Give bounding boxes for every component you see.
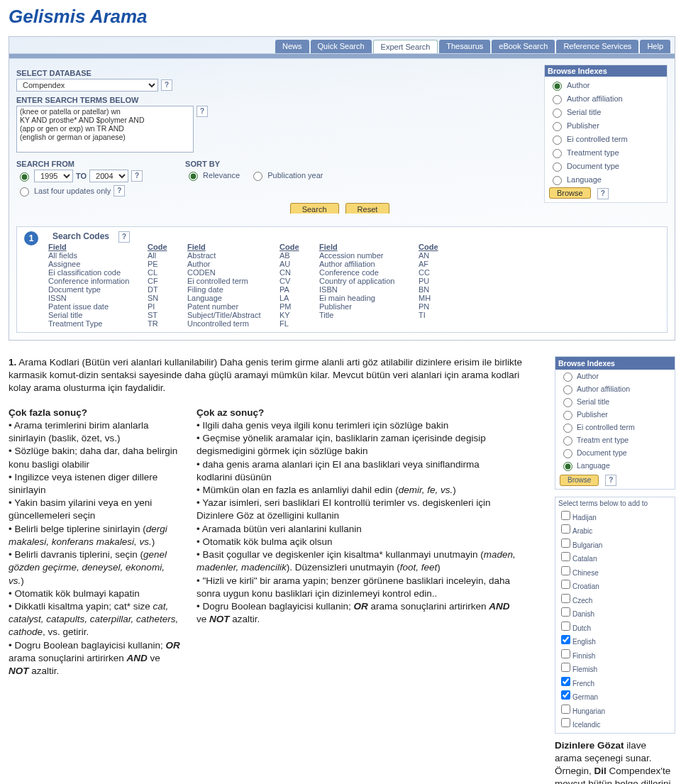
search-from-label: SEARCH FROM — [16, 160, 143, 168]
sort-relevance-radio[interactable] — [189, 172, 198, 181]
code-field-header: Field — [319, 243, 419, 251]
bullet-item: • Otomatik kök bulma açik olsun — [196, 536, 516, 548]
language-checkbox[interactable] — [561, 552, 570, 561]
nav-tab[interactable]: eBook Search — [492, 40, 555, 53]
browse-index-label: Treatment type — [567, 148, 619, 157]
language-checkbox[interactable] — [561, 607, 570, 617]
help-icon[interactable]: ? — [605, 475, 616, 486]
language-label: Dutch — [572, 624, 591, 632]
database-select[interactable]: Compendex — [16, 79, 158, 92]
mini-browse-radio[interactable] — [563, 385, 572, 394]
help-icon[interactable]: ? — [597, 188, 609, 199]
code-value: PU — [419, 277, 440, 285]
bullet-item: • Yakin basim yilarini veya en yeni günc… — [9, 497, 182, 522]
mini-browse-radio[interactable] — [563, 462, 572, 471]
code-field: CODEN — [187, 268, 279, 277]
language-checkbox[interactable] — [561, 622, 570, 631]
browse-index-radio[interactable] — [553, 82, 562, 91]
nav-tab[interactable]: Quick Search — [311, 40, 372, 53]
bullet-item: • Geçmise yönelik aramalar için, baslikl… — [196, 432, 516, 458]
browse-index-label: Author affiliation — [567, 94, 623, 103]
browse-index-radio[interactable] — [553, 162, 562, 172]
language-checkbox[interactable] — [561, 677, 570, 686]
code-field: Ei classification code — [48, 268, 148, 277]
nav-tab[interactable]: Thesaurus — [439, 40, 490, 53]
step-1-badge: 1 — [24, 231, 38, 245]
code-field: Author — [187, 260, 279, 268]
mini-browse-radio[interactable] — [563, 424, 572, 433]
language-label: Croatian — [572, 583, 599, 590]
help-icon[interactable]: ? — [131, 170, 143, 182]
reset-button[interactable]: Reset — [345, 203, 390, 214]
bullet-item: • Mümkün olan en fazla es anlamliyi dahi… — [196, 484, 516, 497]
code-field: Conference code — [319, 268, 419, 277]
browse-index-radio[interactable] — [553, 122, 562, 131]
code-value: AF — [419, 260, 440, 268]
bullet-item: • Belirli davranis tiplerini, seçin (gen… — [9, 548, 182, 587]
browse-index-radio[interactable] — [553, 109, 562, 118]
limit-label: Select terms below to add to — [558, 499, 672, 509]
mini-browse-radio[interactable] — [563, 411, 572, 420]
nav-tab[interactable]: Help — [640, 40, 670, 53]
language-checkbox[interactable] — [561, 594, 570, 603]
bullet-item: • Yazar isimleri, seri basliklari EI kon… — [196, 497, 516, 522]
language-checkbox[interactable] — [561, 690, 570, 700]
bullet-item: • Aramada bütün veri alanlarini kullanin — [196, 523, 516, 536]
help-icon[interactable]: ? — [118, 231, 130, 243]
nav-tab[interactable]: Expert Search — [373, 40, 438, 53]
help-icon[interactable]: ? — [114, 185, 125, 197]
language-checkbox[interactable] — [561, 524, 570, 534]
year-from-select[interactable]: 1995 — [34, 170, 73, 182]
language-checkbox[interactable] — [561, 539, 570, 548]
code-value: PA — [279, 285, 301, 294]
code-field: Author affiliation — [319, 260, 419, 268]
mini-browse-radio[interactable] — [563, 398, 572, 407]
browse-index-radio[interactable] — [553, 95, 562, 104]
code-field: All fields — [48, 251, 148, 260]
language-checkbox[interactable] — [561, 705, 570, 714]
language-checkbox[interactable] — [561, 635, 570, 644]
language-checkbox[interactable] — [561, 580, 570, 589]
browse-index-radio[interactable] — [553, 176, 562, 185]
code-value: BN — [419, 285, 440, 294]
year-range-radio[interactable] — [20, 172, 29, 182]
code-value: LA — [279, 294, 301, 302]
code-field: Accession number — [319, 251, 419, 260]
search-terms-textarea[interactable]: (knee or patella or patellar) wn KY AND … — [16, 106, 194, 153]
mini-browse-label: Publisher — [577, 409, 608, 419]
bullet-item: • Basit çogullar ve degiskenler için kis… — [196, 548, 516, 574]
mini-browse-button[interactable]: Browse — [560, 475, 599, 486]
browse-index-label: Ei controlled term — [567, 135, 628, 143]
bullet-item: • Sözlüge bakin; daha dar, daha belirgin… — [9, 445, 182, 470]
code-value: PI — [148, 302, 169, 311]
code-field: Treatment Type — [48, 319, 148, 328]
language-checkbox[interactable] — [561, 649, 570, 658]
help-icon[interactable]: ? — [161, 79, 172, 91]
language-label: Catalan — [572, 555, 597, 563]
browse-index-radio[interactable] — [553, 136, 562, 145]
mini-browse-radio[interactable] — [563, 436, 572, 446]
browse-index-radio[interactable] — [553, 149, 562, 158]
language-checkbox[interactable] — [561, 566, 570, 575]
mini-browse-radio[interactable] — [563, 449, 572, 458]
code-field: Uncontrolled term — [187, 319, 279, 328]
language-checkbox[interactable] — [561, 718, 570, 727]
code-field: Ei controlled term — [187, 277, 279, 285]
mini-browse-radio[interactable] — [563, 372, 572, 382]
nav-tab[interactable]: Reference Services — [556, 40, 638, 53]
language-checkbox[interactable] — [561, 511, 570, 520]
help-icon[interactable]: ? — [196, 106, 208, 117]
code-field: Filing date — [187, 285, 279, 294]
bullet-item: • Dogru Boolean baglayicisi kullanin; OR… — [9, 639, 182, 678]
language-checkbox[interactable] — [561, 663, 570, 672]
nav-tab[interactable]: News — [275, 40, 309, 53]
sort-pubyear-radio[interactable] — [253, 172, 262, 181]
year-to-select[interactable]: 2004 — [89, 170, 128, 182]
mini-browse-panel: Browse Indexes AuthorAuthor affiliationS… — [555, 356, 675, 490]
search-button[interactable]: Search — [290, 203, 339, 214]
code-field: Title — [319, 311, 419, 319]
last-updates-radio[interactable] — [20, 187, 29, 197]
language-label: Finnish — [572, 652, 595, 660]
bullet-item: • Ilgili daha genis veya ilgili konu ter… — [196, 419, 516, 432]
browse-button[interactable]: Browse — [549, 187, 591, 199]
